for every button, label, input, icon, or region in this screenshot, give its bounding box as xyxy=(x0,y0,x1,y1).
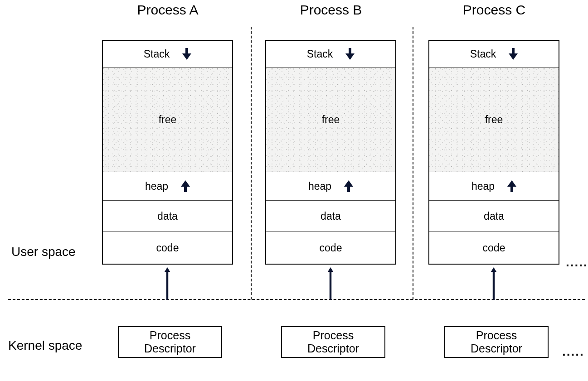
ellipsis-user: ..... xyxy=(566,255,588,270)
segment-free-label: free xyxy=(485,114,503,126)
segment-data: data xyxy=(429,201,559,232)
process-descriptor-b: Process Descriptor xyxy=(281,326,385,358)
svg-marker-9 xyxy=(509,53,518,60)
segment-heap: heap xyxy=(429,172,559,201)
svg-marker-5 xyxy=(345,53,355,60)
arrow-down-icon xyxy=(182,48,191,60)
segment-data: data xyxy=(266,201,395,232)
svg-rect-7 xyxy=(347,186,350,192)
segment-stack: Stack xyxy=(266,41,395,68)
segment-stack: Stack xyxy=(429,41,559,68)
arrow-pd-b-icon xyxy=(326,267,335,300)
svg-marker-2 xyxy=(181,180,190,187)
label-kernel-space: Kernel space xyxy=(8,338,82,353)
pd-line2: Descriptor xyxy=(290,342,376,355)
label-user-space: User space xyxy=(11,245,76,259)
ellipsis-kernel: ..... xyxy=(562,344,584,359)
segment-code-label: code xyxy=(483,242,505,254)
segment-heap: heap xyxy=(266,172,395,201)
segment-data: data xyxy=(103,201,232,232)
segment-stack-label: Stack xyxy=(470,48,496,60)
svg-rect-13 xyxy=(166,271,168,300)
process-descriptor-a: Process Descriptor xyxy=(118,326,222,358)
pd-line1: Process xyxy=(453,329,539,342)
segment-stack: Stack xyxy=(103,41,232,68)
segment-code-label: code xyxy=(320,242,342,254)
title-process-b: Process B xyxy=(295,2,367,18)
arrow-down-icon xyxy=(345,48,355,60)
segment-heap: heap xyxy=(103,172,232,201)
svg-rect-15 xyxy=(330,271,331,300)
svg-rect-3 xyxy=(184,186,187,192)
arrow-pd-c-icon xyxy=(489,267,499,300)
svg-rect-0 xyxy=(185,48,188,54)
svg-marker-16 xyxy=(491,267,496,272)
svg-marker-10 xyxy=(507,180,516,187)
memory-layout-b: Stack free heap data code xyxy=(265,40,396,265)
segment-code: code xyxy=(103,232,232,264)
segment-stack-label: Stack xyxy=(144,48,170,60)
segment-free-label: free xyxy=(159,114,177,126)
pd-line2: Descriptor xyxy=(127,342,213,355)
svg-rect-11 xyxy=(510,186,513,192)
segment-heap-label: heap xyxy=(471,180,495,193)
title-process-c: Process C xyxy=(458,2,530,18)
segment-heap-label: heap xyxy=(308,180,331,193)
arrow-down-icon xyxy=(509,48,518,60)
memory-layout-a: Stack free heap data code xyxy=(102,40,233,265)
svg-marker-14 xyxy=(328,267,333,272)
segment-free: free xyxy=(429,68,559,172)
pd-line2: Descriptor xyxy=(453,342,539,355)
segment-code: code xyxy=(429,232,559,264)
svg-marker-6 xyxy=(344,180,353,187)
svg-rect-17 xyxy=(493,271,495,300)
segment-free: free xyxy=(266,68,395,172)
segment-heap-label: heap xyxy=(145,180,168,193)
segment-free-label: free xyxy=(322,114,340,126)
arrow-up-icon xyxy=(181,180,190,192)
segment-stack-label: Stack xyxy=(307,48,333,60)
svg-marker-1 xyxy=(182,53,191,60)
pd-line1: Process xyxy=(127,329,213,342)
svg-rect-4 xyxy=(349,48,351,54)
arrow-up-icon xyxy=(507,180,516,192)
segment-code: code xyxy=(266,232,395,264)
process-descriptor-c: Process Descriptor xyxy=(444,326,549,358)
segment-data-label: data xyxy=(157,210,178,222)
svg-marker-12 xyxy=(165,267,170,272)
arrow-up-icon xyxy=(344,180,353,192)
pd-line1: Process xyxy=(290,329,376,342)
title-process-a: Process A xyxy=(131,2,204,18)
segment-code-label: code xyxy=(156,242,179,254)
segment-data-label: data xyxy=(321,210,341,222)
separator-vertical-1 xyxy=(251,27,252,299)
svg-rect-8 xyxy=(512,48,515,54)
separator-vertical-2 xyxy=(413,27,413,299)
arrow-pd-a-icon xyxy=(162,267,172,300)
memory-layout-c: Stack free heap data code xyxy=(428,40,559,265)
segment-data-label: data xyxy=(484,210,504,222)
segment-free: free xyxy=(103,68,232,172)
